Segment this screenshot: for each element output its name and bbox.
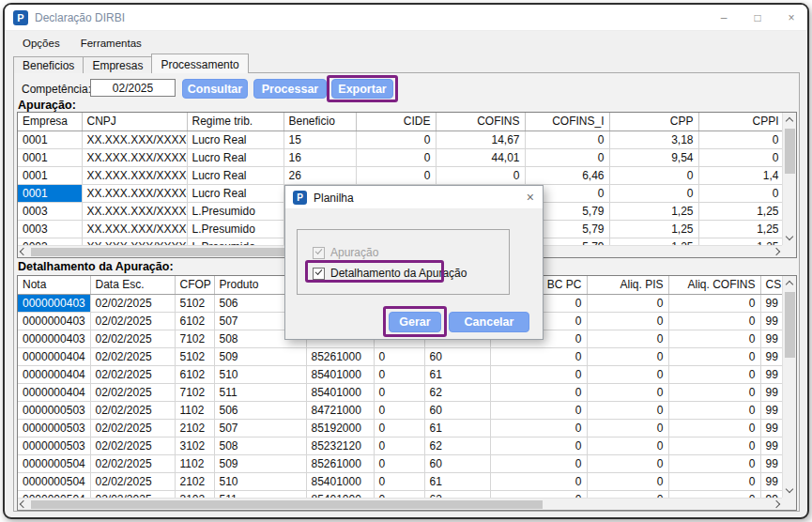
table-cell[interactable]: 02/02/2025 bbox=[90, 294, 175, 312]
table-cell[interactable]: 0 bbox=[374, 347, 424, 365]
table-cell[interactable]: 0 bbox=[490, 365, 587, 383]
table-cell[interactable]: 0 bbox=[668, 365, 760, 383]
table-cell[interactable]: 99 bbox=[760, 312, 782, 330]
table-cell[interactable]: 0000000504 bbox=[18, 490, 90, 498]
table-cell[interactable]: 0000000504 bbox=[18, 472, 90, 490]
table-cell[interactable]: 7102 bbox=[175, 383, 214, 401]
detalhamento-checkbox-label[interactable]: Detalhamento da Apuração bbox=[330, 267, 467, 280]
table-cell[interactable]: 0 bbox=[374, 454, 424, 472]
table-cell[interactable]: 0 bbox=[587, 383, 668, 401]
detalhamento-checkbox-row[interactable]: Detalhamento da Apuração bbox=[313, 267, 467, 280]
table-cell[interactable]: 0000000503 bbox=[18, 401, 90, 419]
gerar-button[interactable]: Gerar bbox=[389, 312, 441, 332]
table-cell[interactable]: 26 bbox=[283, 166, 356, 184]
column-header[interactable]: COFINS_I bbox=[525, 113, 609, 130]
scroll-right-icon[interactable] bbox=[773, 248, 780, 255]
table-cell[interactable]: 1,25 bbox=[698, 220, 782, 238]
table-cell[interactable]: 0 bbox=[668, 294, 760, 312]
table-cell[interactable]: 99 bbox=[760, 347, 782, 365]
table-cell[interactable]: 5102 bbox=[175, 294, 214, 312]
table-cell[interactable]: 1,25 bbox=[698, 202, 782, 220]
table-cell[interactable]: 3102 bbox=[175, 437, 214, 454]
table-cell[interactable]: 99 bbox=[760, 294, 782, 312]
table-cell[interactable]: XX.XXX.XXX/XXXX-XX bbox=[82, 238, 187, 245]
column-header[interactable]: Empresa bbox=[18, 113, 82, 130]
table-cell[interactable]: 509 bbox=[214, 347, 306, 365]
table-cell[interactable]: 61 bbox=[424, 472, 490, 490]
table-cell[interactable]: 99 bbox=[760, 365, 782, 383]
table-cell[interactable]: 511 bbox=[214, 490, 306, 498]
scroll-down-icon[interactable] bbox=[786, 485, 793, 493]
table-cell[interactable]: 0 bbox=[356, 148, 436, 166]
table-cell[interactable]: 02/02/2025 bbox=[90, 401, 175, 419]
table-cell[interactable]: 02/02/2025 bbox=[90, 312, 175, 330]
table-cell[interactable]: 2102 bbox=[175, 472, 214, 490]
column-header[interactable]: Aliq. COFINS bbox=[668, 276, 760, 294]
table-cell[interactable]: 62 bbox=[424, 490, 490, 498]
table-cell[interactable]: 1,25 bbox=[609, 202, 698, 220]
table-cell[interactable]: 61 bbox=[424, 365, 490, 383]
scrollbar-thumb[interactable] bbox=[31, 500, 543, 509]
table-cell[interactable]: 0 bbox=[698, 148, 782, 166]
consultar-button[interactable]: Consultar bbox=[182, 79, 248, 99]
table-cell[interactable]: 0 bbox=[490, 454, 587, 472]
apuracao-vertical-scrollbar[interactable] bbox=[782, 113, 796, 245]
table-cell[interactable]: 0 bbox=[525, 148, 609, 166]
table-cell[interactable]: 99 bbox=[760, 401, 782, 419]
table-cell[interactable]: XX.XXX.XXX/XXXX-XX bbox=[82, 220, 187, 238]
table-cell[interactable]: 02/02/2025 bbox=[90, 419, 175, 437]
scrollbar-thumb[interactable] bbox=[785, 292, 795, 358]
table-cell[interactable]: Lucro Real bbox=[187, 148, 283, 166]
table-cell[interactable]: 60 bbox=[424, 347, 490, 365]
table-cell[interactable]: 0 bbox=[374, 490, 424, 498]
table-cell[interactable]: 0 bbox=[668, 347, 760, 365]
table-cell[interactable]: 99 bbox=[760, 437, 782, 454]
table-cell[interactable]: 0 bbox=[490, 347, 587, 365]
table-cell[interactable]: 0 bbox=[356, 166, 436, 184]
table-cell[interactable]: 60 bbox=[424, 454, 490, 472]
table-cell[interactable]: 0 bbox=[668, 383, 760, 401]
table-cell[interactable]: 02/02/2025 bbox=[90, 347, 175, 365]
minimize-icon[interactable]: – bbox=[717, 11, 730, 24]
table-cell[interactable]: 99 bbox=[760, 454, 782, 472]
table-cell[interactable]: 6102 bbox=[175, 365, 214, 383]
table-cell[interactable]: 0000000404 bbox=[18, 383, 90, 401]
table-cell[interactable]: 0001 bbox=[18, 130, 82, 148]
table-cell[interactable]: 0 bbox=[668, 490, 760, 498]
table-cell[interactable]: 85401000 bbox=[306, 490, 374, 498]
table-cell[interactable]: 0000000403 bbox=[18, 330, 90, 347]
table-cell[interactable]: 0000000403 bbox=[18, 294, 90, 312]
table-cell[interactable]: 85192000 bbox=[306, 419, 374, 437]
processar-button[interactable]: Processar bbox=[253, 79, 327, 99]
table-cell[interactable]: 0 bbox=[587, 365, 668, 383]
table-cell[interactable]: 62 bbox=[424, 383, 490, 401]
table-cell[interactable]: 60 bbox=[424, 401, 490, 419]
table-cell[interactable]: 0 bbox=[668, 330, 760, 347]
table-cell[interactable]: 0 bbox=[668, 454, 760, 472]
table-cell[interactable]: 0 bbox=[490, 383, 587, 401]
column-header[interactable]: CS bbox=[760, 276, 782, 294]
table-cell[interactable]: 02/02/2025 bbox=[90, 330, 175, 347]
table-cell[interactable]: 3,18 bbox=[609, 130, 698, 148]
column-header[interactable]: CIDE bbox=[356, 113, 436, 130]
table-cell[interactable]: 99 bbox=[760, 490, 782, 498]
table-cell[interactable]: XX.XXX.XXX/XXXX-XX bbox=[82, 130, 187, 148]
table-cell[interactable]: XX.XXX.XXX/XXXX-XX bbox=[82, 166, 187, 184]
table-cell[interactable]: 2102 bbox=[175, 419, 214, 437]
table-cell[interactable]: 85261000 bbox=[306, 454, 374, 472]
table-cell[interactable]: 02/02/2025 bbox=[90, 472, 175, 490]
detalhamento-checkbox[interactable] bbox=[313, 268, 325, 280]
table-cell[interactable]: 0 bbox=[668, 437, 760, 454]
table-cell[interactable]: 0 bbox=[587, 437, 668, 454]
table-cell[interactable]: 44,01 bbox=[436, 148, 525, 166]
table-cell[interactable]: 0 bbox=[525, 130, 609, 148]
table-cell[interactable]: 0 bbox=[587, 401, 668, 419]
table-cell[interactable]: 99 bbox=[760, 419, 782, 437]
table-cell[interactable]: 85261000 bbox=[306, 347, 374, 365]
table-cell[interactable]: 0 bbox=[587, 472, 668, 490]
table-cell[interactable]: 0000000403 bbox=[18, 312, 90, 330]
scroll-down-icon[interactable] bbox=[786, 233, 793, 240]
table-cell[interactable]: 0 bbox=[668, 312, 760, 330]
table-cell[interactable]: 508 bbox=[214, 437, 306, 454]
table-cell[interactable]: 02/02/2025 bbox=[90, 490, 175, 498]
